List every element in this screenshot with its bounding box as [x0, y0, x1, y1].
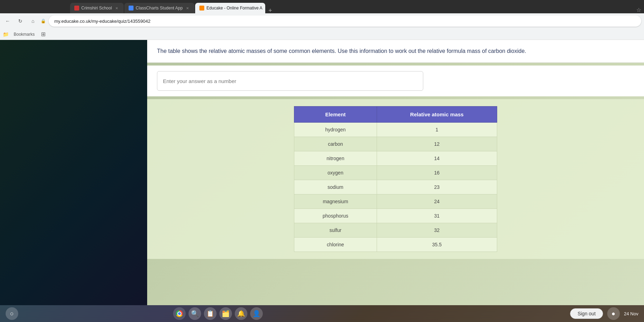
home-button[interactable]: ⌂ [28, 16, 38, 26]
taskbar-icon-6[interactable]: 👤 [250, 307, 263, 320]
taskbar-icon-3[interactable]: 📋 [204, 307, 217, 320]
table-row: nitrogen14 [294, 151, 497, 166]
answer-card [147, 66, 644, 96]
taskbar-icon-2-glyph: 🔍 [191, 310, 199, 317]
reload-button[interactable]: ↻ [15, 16, 25, 26]
taskbar-icon-4[interactable]: 🗂️ [219, 307, 232, 320]
mass-cell: 12 [377, 137, 497, 151]
mass-cell: 16 [377, 166, 497, 180]
taskbar-icon-2[interactable]: 🔍 [189, 307, 201, 320]
chrome-icon [176, 310, 183, 317]
table-row: sulfur32 [294, 223, 497, 238]
mass-cell: 35.5 [377, 238, 497, 252]
mass-cell: 1 [377, 123, 497, 137]
element-cell: phosphorus [294, 209, 377, 223]
tab-favicon-classcharts [129, 6, 133, 11]
chrome-taskbar-icon[interactable] [173, 307, 186, 320]
table-row: hydrogen1 [294, 123, 497, 137]
tab-educake[interactable]: Educake - Online Formative A ✕ [195, 3, 265, 13]
table-row: chlorine35.5 [294, 238, 497, 252]
element-cell: magnesium [294, 194, 377, 209]
apps-icon[interactable]: ⊞ [41, 31, 46, 37]
taskbar: ○ 🔍 📋 🗂️ 🔔 👤 Sign out ● 24 Nov [0, 305, 644, 322]
table-body: hydrogen1carbon12nitrogen14oxygen16sodiu… [294, 123, 497, 252]
taskbar-icon-5-glyph: 🔔 [237, 310, 245, 317]
mass-cell: 23 [377, 180, 497, 194]
address-bar-row: ← ↻ ⌂ 🔒 [0, 13, 644, 29]
tab-label-classcharts: ClassCharts Student App [136, 6, 183, 11]
tab-close-educake[interactable]: ✕ [265, 5, 266, 11]
taskbar-icon-6-glyph: 👤 [253, 310, 260, 317]
tab-favicon-crimshiri [74, 6, 79, 11]
time-display: 24 Nov [624, 311, 638, 316]
main-content: The table shows the relative atomic mass… [147, 40, 644, 305]
bookmarks-icon: 📁 [3, 32, 9, 37]
element-cell: sodium [294, 180, 377, 194]
table-row: oxygen16 [294, 166, 497, 180]
table-row: carbon12 [294, 137, 497, 151]
table-row: phosphorus31 [294, 209, 497, 223]
tab-close-classcharts[interactable]: ✕ [185, 5, 190, 11]
star-icon[interactable]: ☆ [636, 7, 644, 13]
table-row: magnesium24 [294, 194, 497, 209]
address-input[interactable] [49, 15, 641, 27]
new-tab-button[interactable]: + [267, 8, 273, 13]
element-cell: nitrogen [294, 151, 377, 166]
question-card: The table shows the relative atomic mass… [147, 40, 644, 63]
element-cell: sulfur [294, 223, 377, 238]
tab-favicon-educake [199, 6, 204, 11]
bookmarks-bar: 📁 Bookmarks ⊞ [0, 29, 644, 40]
bookmarks-label[interactable]: Bookmarks [12, 31, 37, 37]
elements-table: Element Relative atomic mass hydrogen1ca… [294, 106, 497, 252]
element-cell: chlorine [294, 238, 377, 252]
table-row: sodium23 [294, 180, 497, 194]
lock-icon: 🔒 [41, 19, 46, 23]
search-button[interactable]: ○ [6, 307, 18, 320]
profile-icon[interactable]: ● [607, 307, 620, 320]
taskbar-icon-4-glyph: 🗂️ [222, 310, 229, 317]
element-cell: carbon [294, 137, 377, 151]
element-cell: oxygen [294, 166, 377, 180]
taskbar-right: Sign out ● 24 Nov [570, 307, 638, 320]
table-section: Element Relative atomic mass hydrogen1ca… [147, 99, 644, 259]
left-sidebar [0, 40, 147, 305]
table-header: Element Relative atomic mass [294, 107, 497, 123]
mass-cell: 31 [377, 209, 497, 223]
browser-chrome: Crimshiri School ✕ ClassCharts Student A… [0, 0, 644, 40]
sign-out-button[interactable]: Sign out [570, 308, 603, 319]
answer-input[interactable] [157, 71, 423, 91]
taskbar-left: ○ [6, 307, 18, 320]
taskbar-icon-3-glyph: 📋 [206, 310, 214, 317]
question-text: The table shows the relative atomic mass… [157, 47, 634, 55]
taskbar-center: 🔍 📋 🗂️ 🔔 👤 [173, 307, 263, 320]
profile-glyph: ● [611, 310, 615, 317]
taskbar-icon-5[interactable]: 🔔 [235, 307, 247, 320]
time-date: 24 Nov [624, 311, 638, 316]
tab-classcharts[interactable]: ClassCharts Student App ✕ [124, 3, 194, 13]
back-button[interactable]: ← [3, 16, 13, 26]
table-header-row: Element Relative atomic mass [294, 107, 497, 123]
tab-bar: Crimshiri School ✕ ClassCharts Student A… [0, 0, 644, 13]
mass-cell: 32 [377, 223, 497, 238]
element-cell: hydrogen [294, 123, 377, 137]
tab-label-crimshiri: Crimshiri School [81, 6, 112, 11]
mass-cell: 14 [377, 151, 497, 166]
tab-label-educake: Educake - Online Formative A [206, 6, 262, 11]
col-header-element: Element [294, 107, 377, 123]
col-header-mass: Relative atomic mass [377, 107, 497, 123]
tab-close-crimshiri[interactable]: ✕ [114, 5, 119, 11]
tab-crimshiri[interactable]: Crimshiri School ✕ [70, 3, 124, 13]
mass-cell: 24 [377, 194, 497, 209]
